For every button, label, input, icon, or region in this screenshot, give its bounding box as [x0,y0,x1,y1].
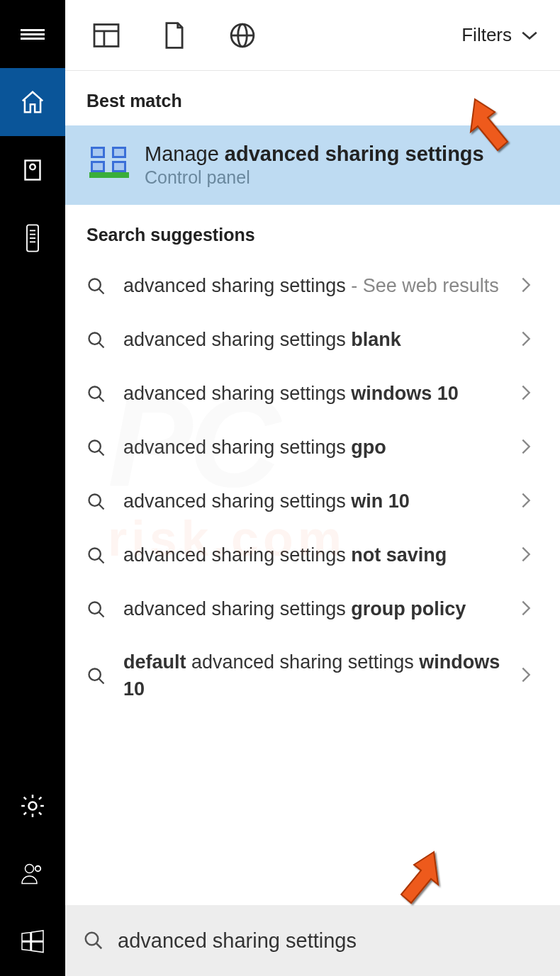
search-suggestion[interactable]: advanced sharing settings not saving [65,529,560,583]
remote-icon [21,224,44,252]
search-icon [82,380,111,408]
globe-scope-icon [229,22,256,49]
search-icon [82,272,111,301]
svg-point-8 [26,865,34,873]
svg-rect-22 [93,163,103,170]
person-icon [20,861,45,887]
cortana-sidebar [0,0,65,976]
svg-point-35 [89,549,101,560]
svg-line-32 [99,451,104,456]
best-match-result[interactable]: Manage advanced sharing settings Control… [65,125,560,205]
suggestion-text: advanced sharing settings windows 10 [123,381,519,408]
svg-rect-18 [93,149,103,156]
svg-point-1 [30,164,35,170]
search-bar[interactable] [65,905,560,976]
svg-point-37 [89,602,101,614]
suggestion-text: advanced sharing settings blank [123,327,519,354]
scope-web-tab[interactable] [208,0,276,71]
windows-icon [20,929,45,955]
best-match-title: Manage advanced sharing settings [145,142,484,166]
chevron-right-icon [519,383,539,405]
search-suggestion[interactable]: advanced sharing settings windows 10 [65,367,560,421]
document-scope-icon [163,22,186,49]
feedback-button[interactable] [0,840,65,908]
search-input[interactable] [118,929,546,953]
svg-line-38 [99,612,104,617]
search-icon [79,926,108,955]
best-match-heading: Best match [65,71,560,125]
chevron-right-icon [519,665,539,688]
search-suggestion[interactable]: advanced sharing settings - See web resu… [65,259,560,313]
chevron-right-icon [519,437,539,459]
svg-point-25 [89,279,101,291]
best-match-subtitle: Control panel [145,167,484,188]
home-button[interactable] [0,68,65,136]
scope-documents-tab[interactable] [140,0,208,71]
chevron-right-icon [519,544,539,567]
chevron-right-icon [519,329,539,352]
svg-line-28 [99,343,104,348]
svg-rect-20 [114,149,124,156]
suggestion-text: advanced sharing settings win 10 [123,488,519,515]
search-icon [82,595,111,624]
search-icon [82,434,111,462]
search-suggestion[interactable]: default advanced sharing settings window… [65,636,560,716]
hamburger-menu-button[interactable] [0,0,65,68]
search-icon [82,326,111,354]
search-suggestion[interactable]: advanced sharing settings group policy [65,583,560,636]
home-icon [19,89,46,116]
documents-button[interactable] [0,136,65,204]
results-area: Best match Manage advanced sharing setti… [65,71,560,905]
search-suggestion[interactable]: advanced sharing settings win 10 [65,475,560,529]
chevron-right-icon [519,598,539,621]
svg-line-34 [99,505,104,510]
apps-button[interactable] [0,204,65,272]
chevron-right-icon [519,275,539,298]
search-icon [82,542,111,570]
filters-dropdown[interactable]: Filters [461,24,539,46]
suggestion-text: advanced sharing settings group policy [123,596,519,623]
svg-point-29 [89,387,101,398]
svg-rect-24 [114,163,124,170]
suggestion-text: advanced sharing settings not saving [123,542,519,569]
gear-icon [19,792,46,819]
svg-point-7 [28,802,36,809]
scope-apps-tab[interactable] [72,0,140,71]
search-suggestion[interactable]: advanced sharing settings gpo [65,421,560,475]
suggestions-heading: Search suggestions [65,205,560,259]
svg-point-31 [89,441,101,452]
svg-point-33 [89,495,101,506]
svg-line-26 [99,289,104,294]
search-icon [82,488,111,516]
chevron-right-icon [519,490,539,513]
svg-line-36 [99,559,104,563]
svg-line-42 [96,943,102,949]
chevron-down-icon [520,30,539,41]
svg-point-27 [89,333,101,344]
search-suggestion[interactable]: advanced sharing settings blank [65,313,560,367]
svg-point-41 [86,933,99,946]
svg-rect-10 [94,24,118,46]
svg-point-39 [89,668,101,680]
settings-button[interactable] [0,772,65,840]
search-icon [82,662,111,690]
svg-line-40 [99,678,104,683]
suggestion-text: default advanced sharing settings window… [123,649,519,703]
svg-rect-16 [89,172,129,178]
documents-icon [20,157,45,183]
filters-label: Filters [461,24,512,46]
suggestion-text: advanced sharing settings - See web resu… [123,273,519,300]
scope-bar: Filters [65,0,560,71]
suggestion-text: advanced sharing settings gpo [123,434,519,461]
start-button[interactable] [0,908,65,976]
svg-point-9 [35,866,41,872]
sharing-settings-icon [86,142,132,188]
svg-line-30 [99,397,104,402]
apps-scope-icon [93,23,120,47]
